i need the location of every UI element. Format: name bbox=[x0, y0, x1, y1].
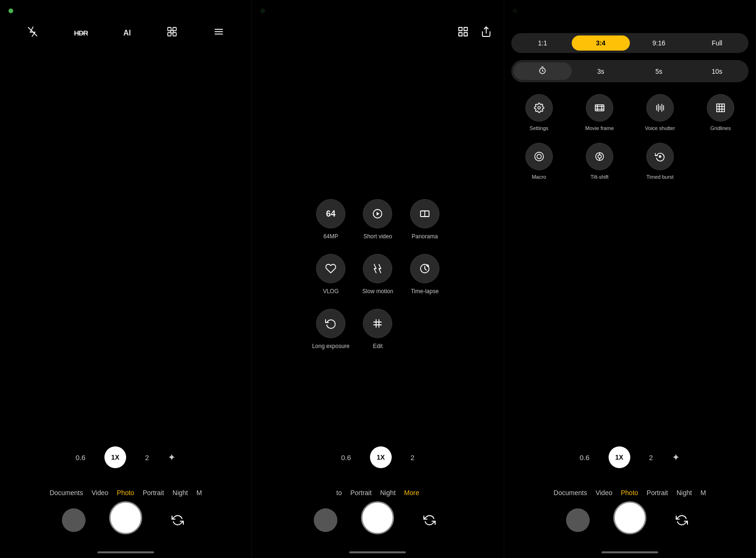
aspect-3-4[interactable]: 3:4 bbox=[572, 35, 630, 51]
zoom3-2[interactable]: 2 bbox=[649, 453, 653, 462]
settings-overlay: 1:1 3:4 9:16 Full 3s 5s 10s Settings bbox=[504, 0, 756, 558]
flip-camera-button-3[interactable] bbox=[670, 508, 694, 532]
mode3-video[interactable]: Video bbox=[595, 489, 612, 497]
zoom2-0.6[interactable]: 0.6 bbox=[341, 453, 351, 462]
more-item-vlog[interactable]: VLOG bbox=[312, 254, 349, 295]
panorama-label: Panorama bbox=[412, 233, 438, 240]
mode2-portrait[interactable]: Portrait bbox=[350, 489, 371, 497]
mode3-portrait[interactable]: Portrait bbox=[647, 489, 668, 497]
edit-icon bbox=[363, 309, 392, 338]
mode3-night[interactable]: Night bbox=[677, 489, 692, 497]
mode-portrait[interactable]: Portrait bbox=[143, 489, 164, 497]
settings-item-macro[interactable]: Macro bbox=[511, 143, 567, 180]
panel-2-more: 64 64MP Short video Panorama bbox=[252, 0, 504, 558]
long-exposure-icon bbox=[316, 309, 345, 338]
slow-motion-icon bbox=[363, 254, 392, 283]
share-icon[interactable] bbox=[481, 26, 492, 39]
panel-3-settings: 1:1 3:4 9:16 Full 3s 5s 10s Settings bbox=[504, 0, 756, 558]
home-indicator-2 bbox=[349, 551, 406, 553]
star-icon: ✦ bbox=[168, 452, 176, 463]
tilt-shift-icon bbox=[586, 143, 613, 170]
hdr-icon[interactable]: HDR bbox=[74, 29, 88, 37]
mode-night[interactable]: Night bbox=[172, 489, 188, 497]
toolbar-1: HDR AI bbox=[0, 26, 251, 40]
more-item-panorama[interactable]: Panorama bbox=[406, 199, 443, 240]
more-menu: 64 64MP Short video Panorama bbox=[252, 0, 503, 558]
settings-item-settings[interactable]: Settings bbox=[511, 94, 567, 131]
svg-rect-5 bbox=[173, 27, 176, 31]
shutter-button-3[interactable] bbox=[613, 501, 646, 534]
timelapse-label: Time-lapse bbox=[411, 288, 438, 295]
more-item-long-exposure[interactable]: Long exposure bbox=[312, 309, 349, 349]
more-grid: 64 64MP Short video Panorama bbox=[312, 199, 443, 349]
shutter-bar-3 bbox=[504, 501, 756, 534]
shutter-bar-1 bbox=[0, 501, 251, 534]
timed-burst-icon bbox=[646, 143, 674, 170]
settings-item-timed-burst[interactable]: Timed burst bbox=[632, 143, 688, 180]
voice-shutter-icon bbox=[646, 94, 674, 122]
64mp-icon: 64 bbox=[316, 199, 345, 228]
timer-5s-btn[interactable]: 5s bbox=[630, 64, 688, 79]
gridlines-label: Gridlines bbox=[710, 125, 730, 131]
svg-rect-6 bbox=[168, 33, 171, 36]
aspect-full[interactable]: Full bbox=[688, 35, 746, 51]
focus-icon[interactable] bbox=[166, 26, 178, 40]
shutter-bar-2 bbox=[252, 501, 503, 534]
ai-icon[interactable]: AI bbox=[123, 29, 131, 37]
zoom3-1x[interactable]: 1X bbox=[609, 446, 630, 468]
mode-video[interactable]: Video bbox=[92, 489, 109, 497]
gallery-button-1[interactable] bbox=[62, 508, 86, 532]
mode3-documents[interactable]: Documents bbox=[554, 489, 587, 497]
timer-icon-btn[interactable] bbox=[514, 62, 572, 80]
gallery-button-2[interactable] bbox=[314, 508, 337, 532]
zoom3-0.6[interactable]: 0.6 bbox=[580, 453, 590, 462]
vlog-label: VLOG bbox=[323, 288, 338, 295]
long-exposure-label: Long exposure bbox=[312, 343, 349, 349]
mode-bar-1: Documents Video Photo Portrait Night M bbox=[0, 489, 251, 497]
svg-rect-15 bbox=[464, 33, 467, 36]
short-video-icon bbox=[363, 199, 392, 228]
gallery-button-3[interactable] bbox=[566, 508, 590, 532]
zoom-bar-1: 0.6 1X 2 ✦ bbox=[0, 446, 251, 468]
aspect-9-16[interactable]: 9:16 bbox=[630, 35, 688, 51]
more-item-timelapse[interactable]: Time-lapse bbox=[406, 254, 443, 295]
zoom-2[interactable]: 2 bbox=[145, 453, 149, 462]
settings-item-tilt-shift[interactable]: Tilt-shift bbox=[572, 143, 627, 180]
more-item-slow-motion[interactable]: Slow motion bbox=[359, 254, 396, 295]
svg-point-8 bbox=[171, 30, 173, 33]
mode3-m[interactable]: M bbox=[700, 489, 706, 497]
mode2-to[interactable]: to bbox=[336, 489, 342, 497]
mode-bar-2: to Portrait Night More bbox=[252, 489, 503, 497]
zoom2-2[interactable]: 2 bbox=[411, 453, 414, 462]
flip-camera-button-2[interactable] bbox=[418, 508, 441, 532]
more-item-short-video[interactable]: Short video bbox=[359, 199, 396, 240]
settings-item-voice-shutter[interactable]: Voice shutter bbox=[632, 94, 688, 131]
more-item-edit[interactable]: Edit bbox=[359, 309, 396, 349]
more-item-64mp[interactable]: 64 64MP bbox=[312, 199, 349, 240]
mode-documents[interactable]: Documents bbox=[50, 489, 83, 497]
mode-bar-3: Documents Video Photo Portrait Night M bbox=[504, 489, 756, 497]
shutter-button-2[interactable] bbox=[361, 501, 394, 534]
settings-gear-icon bbox=[525, 94, 553, 122]
slow-motion-label: Slow motion bbox=[362, 288, 393, 295]
zoom2-1x[interactable]: 1X bbox=[370, 446, 392, 468]
timer-10s-btn[interactable]: 10s bbox=[688, 64, 746, 79]
aspect-1-1[interactable]: 1:1 bbox=[514, 35, 572, 51]
vlog-icon bbox=[316, 254, 345, 283]
mode3-photo[interactable]: Photo bbox=[621, 489, 638, 497]
flash-icon[interactable] bbox=[27, 26, 38, 40]
mode2-more[interactable]: More bbox=[404, 489, 419, 497]
mode2-night[interactable]: Night bbox=[380, 489, 396, 497]
flip-camera-button-1[interactable] bbox=[166, 508, 189, 532]
zoom-1x[interactable]: 1X bbox=[104, 446, 126, 468]
shutter-button-1[interactable] bbox=[109, 501, 142, 534]
grid-view-icon[interactable] bbox=[457, 26, 469, 39]
mode-more-m[interactable]: M bbox=[197, 489, 202, 497]
zoom-0.6[interactable]: 0.6 bbox=[76, 453, 86, 462]
mode-photo[interactable]: Photo bbox=[117, 489, 134, 497]
menu-icon[interactable] bbox=[213, 26, 224, 40]
svg-rect-12 bbox=[459, 27, 462, 31]
settings-item-gridlines[interactable]: Gridlines bbox=[693, 94, 748, 131]
settings-item-movie-frame[interactable]: Movie frame bbox=[572, 94, 627, 131]
timer-3s-btn[interactable]: 3s bbox=[572, 64, 630, 79]
